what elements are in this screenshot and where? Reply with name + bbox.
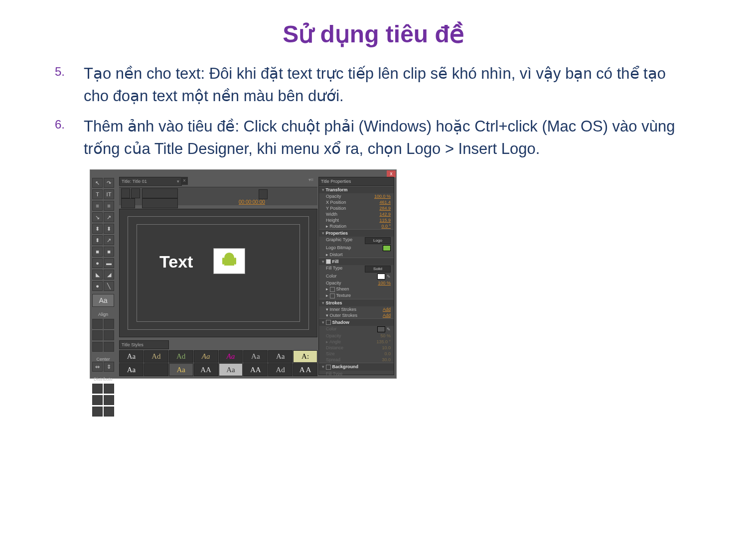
style-swatch[interactable]: A A — [293, 363, 317, 376]
path-type-tool[interactable]: ↘ — [92, 212, 103, 222]
font-menu[interactable] — [121, 198, 135, 208]
arc-tool[interactable]: ◢ — [104, 270, 114, 280]
del-point-tool[interactable]: ⬍ — [92, 235, 103, 245]
title-tab-label: Title: Title 01 — [122, 179, 147, 184]
title-tab[interactable]: Title: Title 01▾ — [119, 177, 182, 186]
outer-strokes-add[interactable]: Add — [383, 313, 391, 318]
distribute-button[interactable] — [104, 395, 114, 405]
style-swatch[interactable]: Ad — [268, 363, 293, 376]
varea-type-tool[interactable]: ≡ — [104, 201, 114, 211]
opacity-value[interactable]: 100.0 % — [374, 194, 391, 199]
select-tool[interactable]: ↖ — [92, 178, 103, 188]
font-select[interactable] — [142, 198, 178, 208]
distribute-button[interactable] — [104, 384, 114, 394]
shadow-section[interactable]: Shadow — [319, 318, 394, 326]
distribute-button[interactable] — [92, 407, 103, 417]
title-canvas[interactable]: Text — [119, 209, 317, 337]
roundrect-tool[interactable]: ■ — [104, 247, 114, 257]
area-type-tool[interactable]: ≡ — [92, 201, 103, 211]
template-button[interactable] — [142, 188, 178, 198]
fill-section[interactable]: Fill — [319, 258, 394, 266]
style-swatch[interactable]: Aa — [119, 363, 144, 376]
logo-bitmap-label: Logo Bitmap — [326, 245, 351, 251]
strokes-section[interactable]: Strokes — [319, 299, 394, 306]
new-title-button[interactable] — [121, 188, 130, 198]
title-styles-tab[interactable]: Title Styles — [119, 340, 169, 349]
ellipse-tool[interactable]: ● — [92, 258, 103, 268]
style-swatch[interactable]: Aa — [219, 350, 243, 363]
shadow-checkbox[interactable] — [326, 320, 331, 325]
style-swatch[interactable]: A: — [293, 350, 317, 363]
style-swatch[interactable] — [144, 363, 168, 376]
list-number: 6. — [55, 116, 84, 160]
distribute-button[interactable] — [92, 395, 103, 405]
align-bottom-button[interactable] — [104, 342, 114, 352]
distort-section[interactable]: ▸ Distort — [326, 252, 343, 257]
xposition-value[interactable]: 461.4 — [379, 200, 391, 205]
fill-color-swatch[interactable]: ✎ — [377, 274, 391, 280]
texture-section[interactable]: ▸ Texture — [326, 293, 351, 298]
add-point-tool[interactable]: ⬍ — [104, 224, 114, 234]
sheen-checkbox[interactable] — [330, 287, 335, 292]
inner-strokes-add[interactable]: Add — [383, 307, 391, 312]
roll-options-button[interactable] — [131, 188, 140, 198]
center-v-button[interactable]: ⇕ — [104, 362, 114, 372]
title-text-object[interactable]: Text — [159, 252, 193, 272]
style-swatch[interactable]: AA — [194, 363, 218, 376]
rotation-value[interactable]: 0.0 ° — [381, 224, 391, 229]
distribute-button[interactable] — [92, 384, 103, 394]
style-swatch[interactable]: Ad — [144, 350, 168, 363]
style-swatch[interactable]: Aa — [194, 350, 218, 363]
close-icon[interactable]: x — [387, 170, 396, 177]
texture-checkbox[interactable] — [330, 293, 335, 298]
style-swatch[interactable]: Aa — [268, 350, 293, 363]
title-styles-panel: Title Styles AaAdAdAaAaAaAaA:AaAaAAAaAAA… — [119, 340, 317, 375]
height-value[interactable]: 115.9 — [379, 218, 391, 223]
clippedrect-tool[interactable]: ▬ — [104, 258, 114, 268]
yposition-value[interactable]: 284.9 — [379, 206, 391, 211]
pen-tool[interactable]: ⬍ — [92, 224, 103, 234]
align-right-button[interactable] — [92, 330, 103, 340]
line-tool[interactable]: ╲ — [104, 281, 114, 291]
align-hcenter-button[interactable] — [104, 319, 114, 329]
styles-preview-icon[interactable]: Aa — [92, 294, 114, 307]
style-swatch[interactable]: Aa — [219, 363, 243, 376]
vpath-type-tool[interactable]: ↗ — [104, 212, 114, 222]
logo-bitmap-swatch[interactable] — [383, 245, 391, 251]
rotation-label: ▸ Rotation — [326, 224, 346, 229]
align-vcenter-button[interactable] — [92, 342, 103, 352]
style-swatch[interactable]: Aa — [119, 350, 144, 363]
timecode[interactable]: 00:00:00:00 — [239, 199, 265, 205]
height-label: Height — [326, 218, 339, 223]
title-properties-tab[interactable]: Title Properties — [319, 177, 394, 186]
fill-opacity-value[interactable]: 100 % — [378, 280, 391, 285]
align-left-button[interactable] — [92, 319, 103, 329]
rect-tool[interactable]: ■ — [92, 247, 103, 257]
fill-type-select[interactable]: Solid — [365, 266, 391, 273]
tab-close-icon[interactable]: × — [181, 177, 188, 185]
convert-point-tool[interactable]: ↗ — [104, 235, 114, 245]
width-value[interactable]: 142.9 — [379, 212, 391, 217]
style-swatch[interactable]: AA — [243, 363, 268, 376]
transform-section[interactable]: Transform — [319, 186, 394, 193]
background-checkbox[interactable] — [326, 365, 331, 370]
rotate-tool[interactable]: ↷ — [104, 178, 114, 188]
circle-tool[interactable]: ● — [92, 281, 103, 291]
center-h-button[interactable]: ⇔ — [92, 362, 103, 372]
sheen-section[interactable]: ▸ Sheen — [326, 286, 349, 292]
panel-menu-icon[interactable]: ▾≡ — [307, 177, 315, 184]
type-tool[interactable]: T — [92, 189, 103, 199]
background-section[interactable]: Background — [319, 363, 394, 371]
style-swatch[interactable]: Ad — [169, 350, 193, 363]
properties-section[interactable]: Properties — [319, 229, 394, 237]
style-swatch[interactable]: Aa — [169, 363, 193, 376]
vtype-tool[interactable]: IT — [104, 189, 114, 199]
align-top-button[interactable] — [104, 330, 114, 340]
graphic-type-select[interactable]: Logo — [365, 237, 391, 244]
fill-checkbox[interactable] — [326, 259, 331, 264]
wedge-tool[interactable]: ◣ — [92, 270, 103, 280]
logo-object[interactable] — [213, 248, 245, 274]
show-video-toggle[interactable] — [259, 189, 268, 199]
style-swatch[interactable]: Aa — [243, 350, 268, 363]
distribute-button[interactable] — [104, 407, 114, 417]
